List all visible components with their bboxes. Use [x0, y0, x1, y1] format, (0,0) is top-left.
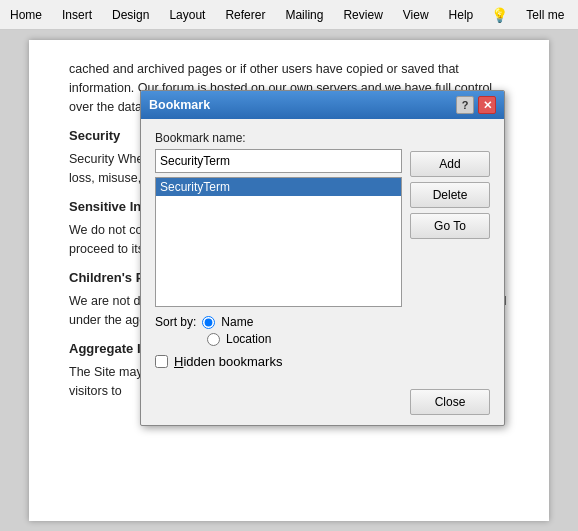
menu-layout[interactable]: Layout [159, 4, 215, 26]
close-button[interactable]: Close [410, 389, 490, 415]
bookmark-name-label: Bookmark name: [155, 131, 402, 145]
person-icon: 👤 [574, 3, 578, 27]
document-area: cached and archived pages or if other us… [0, 30, 578, 531]
dialog-content-area: Bookmark name: SecurityTerm Sort by: [155, 131, 490, 369]
hidden-bookmarks-text: idden bookmarks [183, 354, 282, 369]
sort-row: Sort by: Name [155, 315, 402, 329]
hidden-bookmarks-checkbox[interactable] [155, 355, 168, 368]
list-item[interactable]: SecurityTerm [156, 178, 401, 196]
bookmark-list[interactable]: SecurityTerm [155, 177, 402, 307]
dialog-overlay: Bookmark ? ✕ Bookmark name: SecurityTerm [0, 30, 578, 531]
menu-help[interactable]: Help [439, 4, 484, 26]
dialog-titlebar-controls: ? ✕ [456, 96, 496, 114]
dialog-right-buttons: Add Delete Go To [410, 131, 490, 369]
lightbulb-icon: 💡 [483, 3, 516, 27]
tell-me[interactable]: Tell me [516, 4, 574, 26]
add-button[interactable]: Add [410, 151, 490, 177]
menu-home[interactable]: Home [0, 4, 52, 26]
menu-design[interactable]: Design [102, 4, 159, 26]
hidden-bookmarks-row: Hidden bookmarks [155, 354, 402, 369]
menu-mailing[interactable]: Mailing [275, 4, 333, 26]
dialog-help-button[interactable]: ? [456, 96, 474, 114]
dialog-close-x-button[interactable]: ✕ [478, 96, 496, 114]
menu-insert[interactable]: Insert [52, 4, 102, 26]
bookmark-name-input[interactable] [155, 149, 402, 173]
sort-location-radio[interactable] [207, 333, 220, 346]
sort-name-radio[interactable] [202, 316, 215, 329]
sort-section: Sort by: Name Location [155, 315, 402, 346]
menu-referer[interactable]: Referer [215, 4, 275, 26]
go-to-button[interactable]: Go To [410, 213, 490, 239]
dialog-left-panel: Bookmark name: SecurityTerm Sort by: [155, 131, 402, 369]
hidden-bookmarks-underline-h: H [174, 354, 183, 369]
hidden-bookmarks-label: Hidden bookmarks [174, 354, 282, 369]
dialog-title: Bookmark [149, 98, 210, 112]
dialog-footer: Close [141, 381, 504, 425]
bookmark-dialog: Bookmark ? ✕ Bookmark name: SecurityTerm [140, 90, 505, 426]
menu-review[interactable]: Review [333, 4, 392, 26]
sort-location-label: Location [226, 332, 271, 346]
delete-button[interactable]: Delete [410, 182, 490, 208]
sort-by-label: Sort by: [155, 315, 196, 329]
menubar: Home Insert Design Layout Referer Mailin… [0, 0, 578, 30]
dialog-titlebar: Bookmark ? ✕ [141, 91, 504, 119]
sort-name-label: Name [221, 315, 253, 329]
dialog-body: Bookmark name: SecurityTerm Sort by: [141, 119, 504, 381]
bookmark-list-container: SecurityTerm [155, 177, 402, 307]
sort-location-row: Location [155, 332, 402, 346]
menu-view[interactable]: View [393, 4, 439, 26]
